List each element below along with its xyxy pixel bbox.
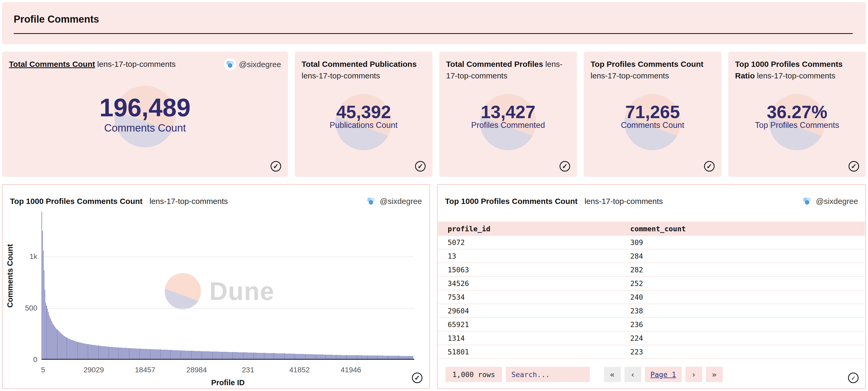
check-status-icon[interactable]: ✓: [415, 161, 426, 172]
card-title-link[interactable]: Top Profiles Comments Count: [591, 60, 703, 68]
query-name-link[interactable]: lens-17-top-comments: [97, 60, 176, 68]
bar: [310, 354, 311, 359]
bar: [300, 354, 300, 359]
bar: [388, 356, 388, 359]
bar: [132, 348, 133, 359]
bar: [309, 354, 310, 359]
bar: [202, 351, 202, 359]
check-status-icon[interactable]: ✓: [848, 161, 859, 172]
bar: [192, 351, 192, 359]
query-name-link[interactable]: lens-17-top-comments: [150, 197, 228, 205]
bar: [124, 348, 125, 359]
bar: [247, 352, 247, 359]
bar: [285, 353, 285, 359]
prev-page-button[interactable]: ‹: [624, 367, 641, 382]
bar: [370, 356, 370, 359]
bar: [116, 347, 116, 359]
bar: [136, 348, 136, 359]
table-cell: 1314: [448, 334, 630, 342]
bar: [313, 354, 314, 359]
query-name-link[interactable]: lens-17-top-comments: [585, 197, 663, 205]
bar: [287, 354, 287, 359]
bar: [158, 350, 158, 359]
stat-card-comments-ratio: Top 1000 Profiles Comments Ratio lens-17…: [728, 52, 866, 177]
bar: [331, 355, 332, 359]
bar: [265, 353, 265, 359]
column-header-comment-count[interactable]: comment_count: [630, 225, 865, 233]
bar: [50, 317, 50, 359]
bar: [338, 355, 339, 359]
bar: [322, 355, 322, 359]
bar: [387, 356, 387, 359]
bar: [106, 346, 107, 359]
bar: [91, 345, 91, 359]
bar: [42, 231, 43, 359]
bar: [122, 347, 122, 359]
bar: [263, 353, 264, 359]
query-name-link[interactable]: lens-17-top-comments: [302, 71, 380, 80]
bar: [407, 356, 407, 359]
bar: [269, 353, 269, 359]
bar: [108, 346, 108, 359]
check-status-icon[interactable]: ✓: [560, 161, 570, 172]
x-tick-label: 231: [242, 366, 254, 374]
table-row: 15063282: [438, 263, 865, 277]
bar: [375, 356, 376, 359]
bar: [177, 350, 177, 359]
bar: [254, 353, 255, 359]
bar: [84, 344, 85, 359]
bar: [156, 350, 157, 359]
bar: [142, 349, 143, 359]
bar: [341, 355, 341, 359]
bar: [386, 356, 386, 359]
card-title-link[interactable]: Total Commented Publications: [302, 60, 417, 68]
check-status-icon[interactable]: ✓: [704, 161, 715, 172]
card-header: Total Commented Publications lens-17-top…: [302, 58, 426, 81]
bar: [167, 350, 167, 359]
bar: [296, 354, 297, 359]
check-status-icon[interactable]: ✓: [848, 372, 859, 383]
bar: [302, 354, 302, 359]
card-title-link[interactable]: Top 1000 Profiles Comments Count: [10, 197, 143, 205]
check-status-icon[interactable]: ✓: [271, 161, 281, 172]
bar: [292, 354, 293, 359]
card-title-link[interactable]: Total Comments Count: [9, 60, 95, 68]
bar: [248, 353, 248, 359]
bar: [304, 354, 304, 359]
bar: [339, 355, 340, 359]
search-input[interactable]: [506, 367, 590, 382]
bar: [306, 354, 307, 359]
bar: [130, 348, 131, 359]
author-badge[interactable]: @sixdegree: [224, 58, 281, 71]
author-badge[interactable]: @sixdegree: [801, 195, 858, 207]
first-page-button[interactable]: «: [604, 367, 621, 382]
bar: [330, 355, 330, 359]
bar: [366, 356, 366, 359]
bar: [278, 353, 278, 359]
card-title-link[interactable]: Top 1000 Profiles Comments Count: [445, 197, 578, 205]
bar: [385, 356, 386, 359]
bar: [379, 356, 379, 359]
bar: [281, 353, 281, 359]
card-title-link[interactable]: Total Commented Profiles: [446, 60, 543, 68]
next-page-button[interactable]: ›: [685, 367, 702, 382]
bar: [48, 312, 49, 359]
bar: [53, 324, 53, 359]
query-name-link[interactable]: lens-17-top-comments: [591, 71, 669, 80]
bar: [276, 353, 277, 359]
bar-chart-plot[interactable]: [41, 212, 414, 360]
bar: [357, 355, 357, 359]
bar: [66, 337, 66, 359]
bar: [138, 348, 139, 359]
bar: [160, 350, 161, 359]
last-page-button[interactable]: »: [706, 367, 723, 382]
column-header-profile-id[interactable]: profile_id: [448, 225, 630, 233]
bar: [367, 356, 368, 359]
bar: [408, 356, 408, 359]
bar: [152, 349, 152, 359]
author-badge[interactable]: @sixdegree: [365, 195, 422, 207]
current-page-button[interactable]: Page 1: [645, 367, 682, 382]
check-status-icon[interactable]: ✓: [412, 372, 423, 383]
bar: [205, 351, 206, 359]
query-name-link[interactable]: lens-17-top-comments: [757, 71, 835, 80]
